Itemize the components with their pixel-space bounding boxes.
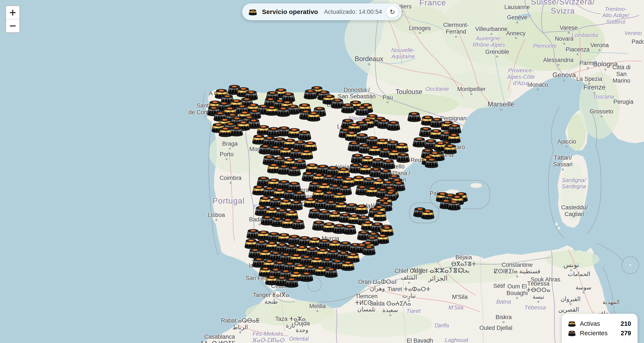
siren-marker-reciente[interactable] [290, 217, 306, 230]
map-app: FrancePoitiersSuisse/Svizzera/ SvizraLau… [0, 0, 644, 343]
siren-marker-reciente[interactable] [340, 100, 356, 114]
zoom-out-button[interactable]: − [6, 19, 19, 32]
zoom-in-button[interactable]: + [6, 6, 19, 19]
siren-marker-activa[interactable] [306, 108, 322, 122]
siren-marker-reciente[interactable] [342, 222, 358, 235]
siren-reciente-icon [567, 329, 576, 337]
siren-activa-icon [567, 320, 576, 328]
siren-marker-reciente[interactable] [446, 197, 462, 211]
siren-marker-activa[interactable] [420, 206, 436, 220]
legend-row-recientes: Recientes279 [567, 328, 631, 338]
refresh-button[interactable]: ↻ [386, 6, 398, 18]
legend-count: 279 [621, 330, 631, 337]
legend-row-activas: Activas210 [567, 319, 631, 328]
siren-marker-activa[interactable] [340, 258, 356, 271]
legend-card: Activas210Recientes279 [562, 314, 638, 343]
siren-marker-reciente[interactable] [424, 155, 440, 168]
siren-icon [248, 8, 258, 16]
siren-marker-reciente[interactable] [395, 150, 411, 163]
refresh-icon: ↻ [390, 8, 395, 16]
siren-marker-reciente[interactable] [298, 269, 315, 282]
zoom-control: + − [5, 5, 20, 33]
legend-count: 210 [621, 320, 631, 327]
siren-marker-reciente[interactable] [286, 163, 302, 176]
map-markers-layer [0, 0, 644, 343]
legend-label: Activas [580, 320, 617, 327]
status-pill: Servicio operativo Actualizado: 14:00:54… [242, 4, 402, 20]
siren-marker-reciente[interactable] [385, 118, 402, 131]
siren-marker-reciente[interactable] [361, 242, 377, 256]
siren-marker-reciente[interactable] [284, 274, 300, 288]
siren-marker-reciente[interactable] [323, 265, 339, 278]
service-status-title: Servicio operativo [262, 8, 318, 16]
siren-marker-reciente[interactable] [275, 104, 292, 117]
legend-label: Recientes [580, 330, 617, 337]
last-updated-text: Actualizado: 14:00:54 [324, 8, 382, 15]
siren-marker-activa[interactable] [217, 124, 234, 137]
